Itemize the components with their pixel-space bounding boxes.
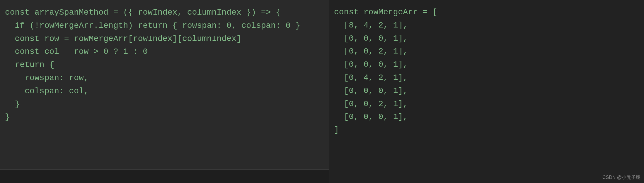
code-panel-left: const arraySpanMethod = ({ rowIndex, col… bbox=[0, 0, 329, 170]
code-line: [0, 0, 0, 1], bbox=[334, 58, 639, 71]
code-line: [0, 0, 0, 1], bbox=[334, 111, 639, 124]
code-line: [0, 0, 0, 1], bbox=[334, 32, 639, 45]
code-line: const col = row > 0 ? 1 : 0 bbox=[5, 45, 324, 58]
code-line: if (!rowMergeArr.length) return { rowspa… bbox=[5, 19, 324, 32]
code-panel-right: const rowMergeArr = [ [8, 4, 2, 1], [0, … bbox=[329, 0, 644, 183]
code-line: colspan: col, bbox=[5, 85, 324, 98]
code-line: [0, 0, 2, 1], bbox=[334, 45, 639, 58]
code-line: [8, 4, 2, 1], bbox=[334, 19, 639, 32]
code-line: const row = rowMergeArr[rowIndex][column… bbox=[5, 32, 324, 46]
code-line: rowspan: row, bbox=[5, 72, 324, 85]
code-line: } bbox=[5, 98, 324, 111]
code-line: const arraySpanMethod = ({ rowIndex, col… bbox=[5, 6, 324, 19]
code-line: const rowMergeArr = [ bbox=[334, 6, 639, 19]
code-line: ] bbox=[334, 124, 639, 137]
code-line: } bbox=[5, 111, 324, 124]
watermark-text: CSDN @小凳子腿 bbox=[602, 175, 640, 181]
editor-container: const arraySpanMethod = ({ rowIndex, col… bbox=[0, 0, 644, 183]
code-line: [0, 0, 0, 1], bbox=[334, 84, 639, 98]
code-line: [0, 0, 2, 1], bbox=[334, 98, 639, 111]
code-line: return { bbox=[5, 58, 324, 72]
code-line: [0, 4, 2, 1], bbox=[334, 71, 639, 84]
